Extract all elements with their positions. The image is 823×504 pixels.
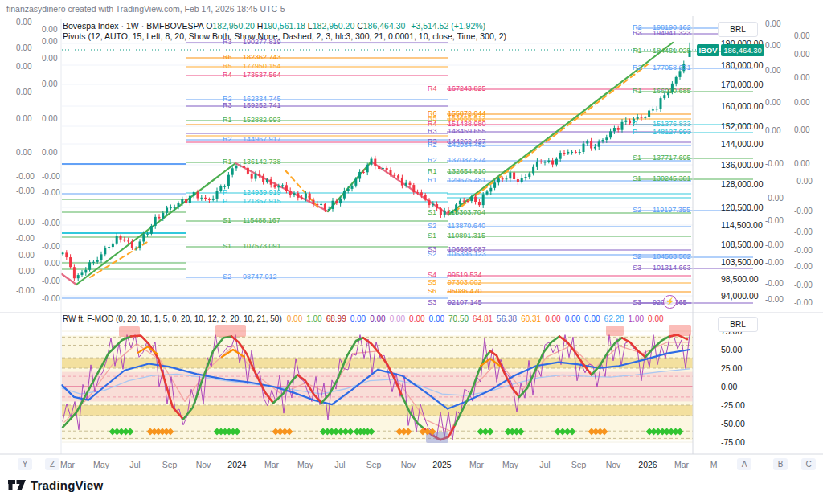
overlay-value: -0.00 — [16, 218, 35, 227]
time-axis-label: Nov — [606, 460, 621, 469]
tradingview-logo-text: TradingView — [31, 478, 103, 492]
oscillator-status-value: 56.38 — [497, 314, 517, 323]
overlay-value: 0.00 — [794, 125, 809, 134]
overlay-value: -0.00 — [765, 279, 784, 288]
time-axis-label: May — [502, 460, 518, 469]
overlay-value: -0.00 — [42, 219, 60, 227]
overlay-value: 0.00 — [794, 159, 809, 168]
oscillator-tick: -75.00 — [721, 437, 745, 447]
overlay-value: 0.00 — [16, 148, 31, 157]
axis-button-a[interactable]: A — [737, 458, 751, 470]
ohlc-values: O182,950.20 H190,561.18 L182,950.20 C186… — [206, 21, 405, 31]
time-axis-label: May — [297, 460, 313, 469]
overlay-value: 0.00 — [765, 98, 780, 107]
exchange-label: BMFBOVESPA — [146, 21, 203, 31]
overlay-value: -0.00 — [16, 186, 35, 195]
overlay-value: 0.00 — [794, 73, 809, 82]
oscillator-status-value: 1.00 — [629, 314, 644, 323]
overlay-value: -0.00 — [794, 262, 813, 271]
overlay-value: 0.00 — [765, 66, 780, 75]
overlay-value: -0.00 — [16, 234, 35, 243]
price-tick: 103,500.00 — [721, 257, 764, 267]
axis-button-b[interactable]: B — [773, 458, 788, 470]
overlay-value: -0.00 — [16, 267, 35, 276]
symbol-legend[interactable]: Bovespa Index·1W·BMFBOVESPA O182,950.20 … — [63, 20, 485, 31]
symbol-badge: IBOV — [697, 44, 719, 56]
time-axis-label-year: 2025 — [432, 460, 451, 469]
overlay-value: -0.00 — [42, 294, 60, 303]
price-tick: 144,000.00 — [721, 139, 764, 149]
oscillator-tick: -50.00 — [721, 419, 745, 428]
overlay-value: -0.00 — [765, 295, 784, 304]
interval-label: 1W — [126, 21, 139, 31]
overlay-value: 0.00 — [42, 80, 57, 88]
time-axis-label: Sep — [571, 460, 587, 469]
overlay-value: -0.00 — [765, 216, 784, 225]
overlay-value: -0.00 — [794, 227, 813, 236]
price-tick: 108,500.00 — [721, 240, 764, 249]
overlay-value: 0.00 — [16, 114, 31, 123]
oscillator-status-value: 0.00 — [350, 314, 366, 323]
pivots-indicator-legend[interactable]: Pivots (12, AUTO, 15, Left, 8, 20, Show … — [63, 31, 506, 41]
price-tick: 170,000.00 — [721, 80, 764, 89]
time-axis-label: Sep — [366, 460, 382, 469]
ohlc-value: 186,464.30 — [363, 21, 406, 31]
price-tick: 180,000.00 — [721, 60, 764, 70]
time-axis-label-year: 2026 — [638, 460, 657, 469]
oscillator-legend[interactable]: RW ft. F-MOD (0, 20, 10, 1, 5, 0, 20, 10… — [63, 314, 668, 323]
oscillator-title: RW ft. F-MOD (0, 20, 10, 1, 5, 0, 20, 10… — [63, 314, 282, 323]
oscillator-status-value: 62.28 — [604, 314, 624, 323]
time-axis-label: May — [93, 460, 109, 469]
overlay-value: 0.00 — [42, 37, 57, 46]
ohlc-value: 190,561.18 — [263, 21, 305, 31]
chart-canvas[interactable] — [0, 0, 823, 504]
oscillator-status-value: 0.00 — [545, 314, 560, 323]
overlay-value: -0.00 — [794, 246, 813, 255]
oscillator-status-value: 64.81 — [473, 314, 493, 323]
overlay-value: -0.00 — [794, 207, 813, 215]
price-tick: 128,000.00 — [721, 179, 764, 189]
time-axis-label: Jul — [334, 460, 345, 469]
axis-button-y[interactable]: Y — [18, 458, 32, 470]
alert-lightning-icon[interactable]: ⚡ — [663, 295, 677, 309]
overlay-value: 0.00 — [16, 62, 31, 71]
tradingview-logo-icon — [8, 477, 26, 493]
axis-button-c[interactable]: C — [801, 458, 816, 470]
oscillator-status-value: 0.00 — [584, 314, 600, 323]
overlay-value: 0.00 — [42, 114, 57, 123]
symbol-title: Bovespa Index — [63, 21, 118, 31]
ohlc-value: 182,950.20 — [212, 21, 255, 31]
tradingview-logo[interactable]: TradingView — [8, 477, 103, 493]
overlay-value: -0.00 — [765, 159, 784, 168]
overlay-value: -0.00 — [42, 242, 60, 251]
overlay-value: -0.00 — [16, 286, 35, 295]
oscillator-status-value: 1.00 — [306, 314, 321, 323]
oscillator-tick: 50.00 — [721, 345, 742, 354]
price-tick: 114,500.00 — [721, 220, 763, 230]
candles — [62, 43, 691, 281]
last-price-badge: 186,464.30 — [721, 44, 764, 56]
overlay-value: 0.00 — [794, 31, 809, 40]
time-axis-label-year: 2024 — [227, 460, 246, 469]
ohlc-letter: L — [305, 21, 313, 31]
oscillator-status-value: 0.00 — [287, 314, 302, 323]
oscillator-status-value: 0.00 — [565, 314, 580, 323]
time-axis-label: Jul — [129, 460, 140, 469]
ohlc-letter: H — [255, 21, 264, 31]
overlay-value: -0.00 — [765, 258, 784, 267]
price-tick: 98,500.00 — [721, 274, 759, 284]
overlay-value: 0.00 — [16, 43, 31, 52]
price-scale-currency-button[interactable]: BRL — [718, 22, 758, 37]
change-value: +3,514.52 (+1.92%) — [411, 21, 485, 31]
overlay-value: 0.00 — [765, 41, 780, 50]
axis-button-z[interactable]: Z — [45, 458, 59, 470]
tradingview-window: { "watermark": "finanzasydinero created … — [0, 0, 823, 504]
overlay-value: -0.00 — [42, 277, 60, 285]
price-tick: 120,500.00 — [721, 203, 764, 212]
oscillator-status-value: 0.00 — [409, 314, 424, 323]
time-axis-label: Nov — [401, 460, 416, 469]
watermark: finanzasydinero created with TradingView… — [6, 4, 285, 14]
overlay-value: -0.00 — [794, 177, 813, 186]
oscillator-scale-currency-button[interactable]: BRL — [718, 317, 758, 332]
price-tick: 94,000.00 — [721, 291, 759, 301]
